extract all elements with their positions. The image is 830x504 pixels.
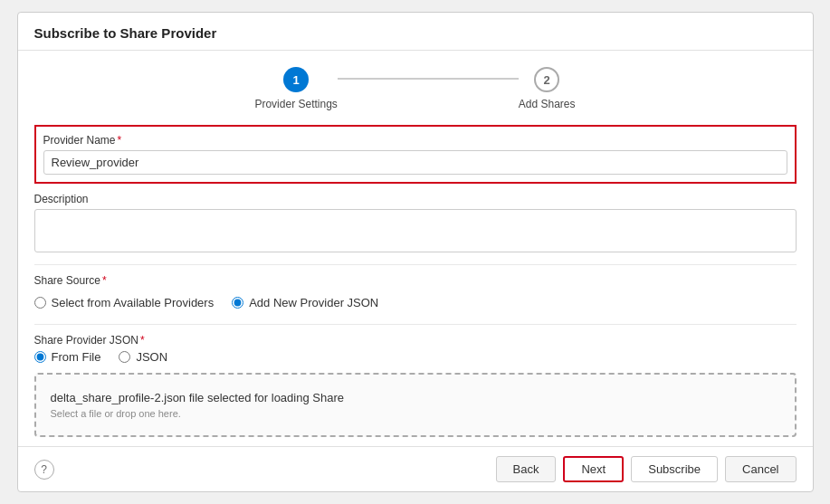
step-2-circle: 2 — [534, 67, 559, 92]
description-section: Description — [34, 184, 797, 265]
help-icon[interactable]: ? — [34, 460, 54, 480]
next-button[interactable]: Next — [563, 456, 624, 482]
radio-from-file[interactable]: From File — [34, 350, 101, 364]
provider-name-section: Provider Name* — [34, 125, 797, 184]
step-1-circle: 1 — [283, 67, 309, 92]
dialog-header: Subscribe to Share Provider — [18, 13, 813, 51]
radio-json[interactable]: JSON — [119, 350, 167, 364]
step-2: 2 Add Shares — [519, 67, 576, 110]
share-provider-json-section: Share Provider JSON* From File JSON delt… — [34, 325, 797, 446]
radio-from-file-input[interactable] — [34, 351, 46, 363]
step-2-label: Add Shares — [519, 98, 576, 110]
json-sub-radio-group: From File JSON — [34, 350, 797, 364]
step-1: 1 Provider Settings — [254, 67, 337, 110]
subscribe-button[interactable]: Subscribe — [631, 456, 718, 482]
step-connector — [338, 78, 519, 80]
step-1-label: Provider Settings — [254, 98, 337, 110]
radio-select-available-input[interactable] — [34, 297, 46, 309]
description-textarea[interactable] — [34, 209, 797, 252]
radio-select-available-label: Select from Available Providers — [52, 296, 215, 309]
radio-select-available[interactable]: Select from Available Providers — [34, 296, 215, 309]
provider-name-label: Provider Name* — [43, 134, 787, 147]
stepper: 1 Provider Settings 2 Add Shares — [18, 51, 813, 125]
provider-name-input[interactable] — [43, 150, 787, 175]
back-button[interactable]: Back — [496, 456, 557, 482]
selected-filename: delta_share_profile-2.json file selected… — [51, 391, 780, 404]
share-source-section: Share Source* Select from Available Prov… — [34, 265, 797, 325]
dialog-title: Subscribe to Share Provider — [34, 25, 217, 41]
drop-zone-hint: Select a file or drop one here. — [51, 408, 780, 419]
form-body: Provider Name* Description Share Source*… — [18, 125, 813, 446]
cancel-button[interactable]: Cancel — [725, 456, 796, 482]
footer-left: ? — [34, 460, 54, 480]
subscribe-dialog: Subscribe to Share Provider 1 Provider S… — [17, 12, 814, 492]
radio-json-label: JSON — [136, 350, 167, 364]
radio-from-file-label: From File — [52, 350, 101, 364]
radio-add-new-json[interactable]: Add New Provider JSON — [232, 296, 378, 309]
radio-add-new-json-label: Add New Provider JSON — [249, 296, 378, 309]
radio-json-input[interactable] — [119, 351, 130, 363]
file-drop-zone[interactable]: delta_share_profile-2.json file selected… — [34, 373, 797, 437]
json-label: Share Provider JSON* — [34, 334, 797, 347]
share-source-label: Share Source* — [34, 274, 797, 287]
radio-add-new-json-input[interactable] — [232, 297, 243, 309]
footer-right: Back Next Subscribe Cancel — [496, 456, 797, 482]
description-label: Description — [34, 193, 797, 205]
dialog-footer: ? Back Next Subscribe Cancel — [18, 446, 813, 491]
share-source-radio-group: Select from Available Providers Add New … — [34, 290, 797, 315]
